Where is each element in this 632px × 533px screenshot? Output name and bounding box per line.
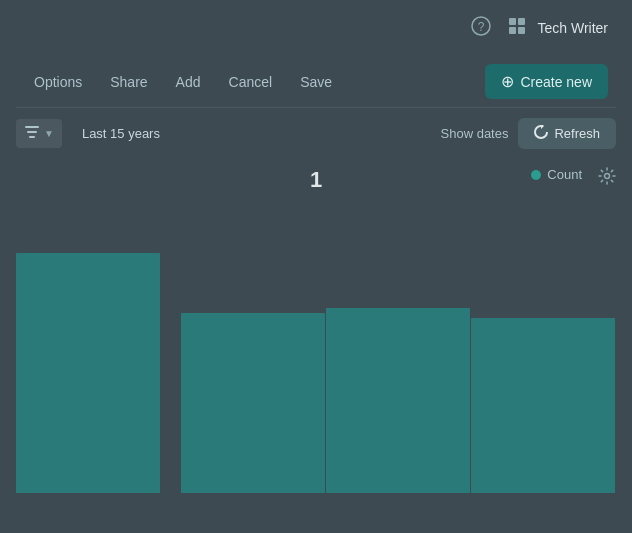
svg-rect-2 [509,18,516,25]
svg-text:?: ? [478,19,485,33]
filter-select-button[interactable]: ▼ [16,119,62,148]
chart-area: 1 Count [0,159,632,493]
share-button[interactable]: Share [100,68,157,96]
svg-rect-6 [25,126,39,128]
create-new-label: Create new [520,74,592,90]
svg-rect-5 [518,27,525,34]
chevron-down-icon: ▼ [44,128,54,139]
svg-rect-3 [518,18,525,25]
top-bar-right: ? Tech Writer [465,10,616,47]
bar-chart [16,213,616,493]
help-icon: ? [471,16,491,41]
svg-rect-8 [29,136,35,138]
svg-rect-7 [27,131,37,133]
legend-label: Count [547,167,582,182]
create-new-button[interactable]: ⊕ Create new [485,64,608,99]
svg-point-9 [605,174,610,179]
filter-bar-right: Show dates Refresh [441,118,616,149]
bar-1 [16,253,160,493]
user-label: Tech Writer [537,20,608,36]
svg-rect-4 [509,27,516,34]
chart-legend: Count [531,167,582,182]
grid-button[interactable] [501,10,533,47]
create-icon: ⊕ [501,72,514,91]
options-button[interactable]: Options [24,68,92,96]
grid-icon [507,16,527,41]
add-button[interactable]: Add [166,68,211,96]
chart-settings-button[interactable] [598,167,616,189]
bar-3 [326,308,470,493]
toolbar: Options Share Add Cancel Save ⊕ Create n… [0,56,632,107]
top-bar: ? Tech Writer [0,0,632,56]
filter-icon [24,124,40,143]
help-button[interactable]: ? [465,10,497,47]
show-dates-button[interactable]: Show dates [441,126,509,141]
chart-value: 1 [16,167,616,193]
cancel-button[interactable]: Cancel [219,68,283,96]
date-range-label: Last 15 years [74,121,168,146]
bar-2 [181,313,325,493]
legend-dot [531,170,541,180]
bar-4 [471,318,615,493]
save-button[interactable]: Save [290,68,342,96]
refresh-button[interactable]: Refresh [518,118,616,149]
refresh-icon [534,125,548,142]
refresh-label: Refresh [554,126,600,141]
filter-bar: ▼ Last 15 years Show dates Refresh [0,108,632,159]
